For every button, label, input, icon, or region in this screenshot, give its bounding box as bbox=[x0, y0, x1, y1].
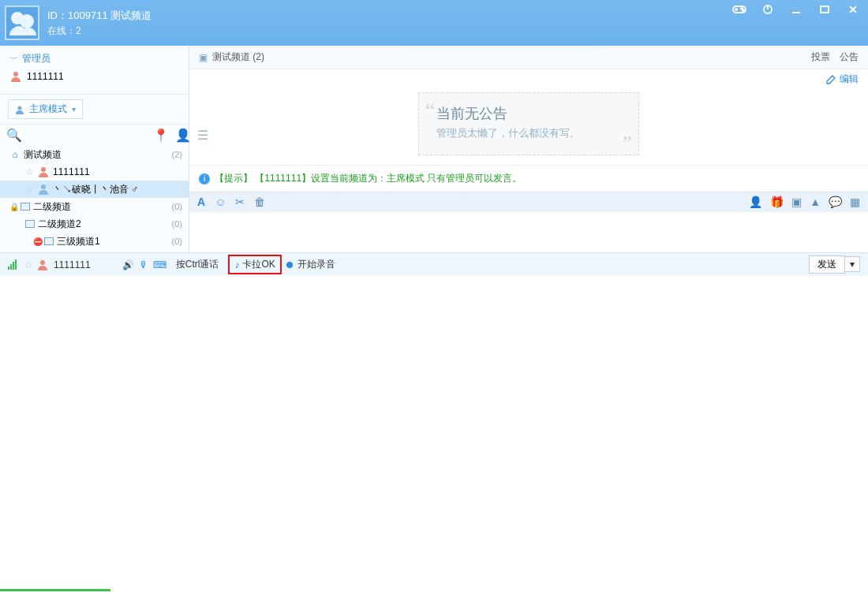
channel-count: (2) bbox=[172, 150, 182, 159]
channel-box-icon bbox=[25, 220, 35, 228]
monitor-icon: ▣ bbox=[199, 52, 208, 63]
info-icon: i bbox=[199, 173, 210, 184]
chat-bubble-icon[interactable]: 💬 bbox=[829, 196, 842, 208]
input-toolbar: A ☺ ✂ 🗑 👤 🎁 ▣ ▲ 💬 ▦ bbox=[189, 192, 868, 211]
subchannel[interactable]: ⛔ 三级频道1 (0) bbox=[0, 233, 189, 250]
channel-id-line: ID：1009711 测试频道 bbox=[47, 9, 152, 23]
svg-rect-10 bbox=[821, 6, 829, 13]
channel-user[interactable]: ☆ 丶↘破晓丨丶池音 ♂ bbox=[0, 181, 189, 198]
chat-text-input[interactable] bbox=[189, 211, 868, 252]
subchannel[interactable]: 二级频道2 (0) bbox=[0, 215, 189, 233]
channel-name: 三级频道1 bbox=[57, 235, 100, 248]
send-button[interactable]: 发送 bbox=[809, 255, 845, 274]
channel-user-name: 丶↘破晓丨丶池音 ♂ bbox=[53, 183, 138, 196]
system-tip: 【提示】 【1111111】设置当前频道为：主席模式 只有管理员可以发言。 bbox=[215, 173, 522, 184]
svg-point-15 bbox=[41, 167, 46, 172]
edit-label: 编辑 bbox=[840, 73, 859, 86]
sidebar: ﹀ 管理员 1111111 主席模式 ▾ 🔍 📍 👤 ☰ ⌂ 测试频道 bbox=[0, 46, 189, 252]
admin-user-row[interactable]: 1111111 bbox=[0, 69, 189, 88]
grid-icon[interactable]: ▦ bbox=[850, 196, 860, 208]
speaker-icon[interactable]: 🔊 bbox=[122, 259, 134, 270]
signal-icon bbox=[8, 259, 17, 270]
chat-header: ▣ 测试频道 (2) 投票 公告 bbox=[189, 46, 868, 69]
karaoke-label: 卡拉OK bbox=[242, 258, 275, 271]
star-icon: ☆ bbox=[25, 166, 34, 177]
star-icon: ☆ bbox=[24, 259, 33, 270]
chevron-down-icon: ﹀ bbox=[9, 54, 19, 64]
channel-tree: ⌂ 测试频道 (2) ☆ 1111111 ☆ 丶↘破晓丨丶池音 ♂ 🔒 二级频道… bbox=[0, 146, 189, 252]
close-icon[interactable] bbox=[846, 2, 860, 17]
lock-icon: 🔒 bbox=[9, 203, 19, 211]
channel-count: (0) bbox=[172, 219, 182, 229]
bulletin-empty-subtitle: 管理员太懒了，什么都没有写。 bbox=[436, 126, 621, 140]
channel-user[interactable]: ☆ 1111111 bbox=[0, 163, 189, 181]
channel-box-icon bbox=[21, 203, 30, 211]
admin-section-label: 管理员 bbox=[22, 52, 51, 65]
footer-bar: ☆ 1111111 🔊 🎙 ⌨ 按Ctrl通话 ♪ 卡拉OK 开始录音 发送▾ bbox=[0, 252, 868, 276]
vote-link[interactable]: 投票 bbox=[811, 50, 830, 64]
pin-icon[interactable]: 📍 bbox=[153, 128, 169, 143]
music-note-icon: ♪ bbox=[234, 259, 239, 270]
karaoke-button[interactable]: ♪ 卡拉OK bbox=[228, 255, 281, 274]
gamepad-icon[interactable] bbox=[732, 2, 746, 17]
svg-point-6 bbox=[743, 9, 744, 11]
subchannel[interactable]: 🔒 二级频道 (0) bbox=[0, 198, 189, 215]
gift-icon[interactable]: 🎁 bbox=[770, 196, 784, 208]
keyboard-icon[interactable]: ⌨ bbox=[153, 259, 166, 270]
record-dot-icon bbox=[286, 262, 293, 268]
minimize-icon[interactable] bbox=[789, 2, 803, 17]
trash-icon[interactable]: 🗑 bbox=[254, 196, 265, 208]
admin-section-header[interactable]: ﹀ 管理员 bbox=[0, 46, 189, 69]
bulletin-empty-box: “ 当前无公告 管理员太懒了，什么都没有写。 ” bbox=[418, 92, 639, 155]
channel-name: 二级频道2 bbox=[38, 218, 81, 231]
svg-point-1 bbox=[20, 14, 34, 28]
chevron-down-icon: ▾ bbox=[72, 105, 76, 114]
svg-point-14 bbox=[18, 106, 22, 110]
footer-username: 1111111 bbox=[54, 259, 91, 270]
channel-user-name: 1111111 bbox=[53, 166, 90, 177]
send-dropdown[interactable]: ▾ bbox=[845, 256, 860, 272]
avatar-icon bbox=[9, 70, 22, 83]
title-bar: ID：1009711 测试频道 在线：2 bbox=[0, 0, 868, 46]
search-icon[interactable]: 🔍 bbox=[6, 128, 22, 143]
online-count: 在线：2 bbox=[47, 24, 152, 38]
font-icon[interactable]: A bbox=[197, 196, 205, 208]
edit-button[interactable]: 编辑 bbox=[825, 73, 859, 86]
channel-count: (0) bbox=[172, 237, 182, 246]
mode-select-button[interactable]: 主席模式 ▾ bbox=[8, 99, 83, 119]
power-icon[interactable] bbox=[761, 2, 775, 17]
avatar-icon bbox=[37, 166, 50, 178]
channel-name: 测试频道 bbox=[24, 148, 62, 162]
record-button[interactable]: 开始录音 bbox=[297, 258, 335, 271]
channel-name: 二级频道 bbox=[33, 200, 71, 214]
person-icon bbox=[15, 105, 24, 114]
person-add-icon[interactable]: 👤 bbox=[175, 128, 191, 143]
ptt-label: 按Ctrl通话 bbox=[176, 258, 219, 271]
avatar-icon bbox=[36, 259, 49, 271]
quote-close-icon: ” bbox=[623, 131, 632, 156]
podium-icon[interactable]: 👤 bbox=[749, 196, 762, 208]
mic-icon[interactable]: 🎙 bbox=[139, 259, 148, 270]
channel-box-icon bbox=[44, 237, 54, 245]
channel-root[interactable]: ⌂ 测试频道 (2) bbox=[0, 146, 189, 163]
forbidden-icon: ⛔ bbox=[33, 237, 43, 246]
search-input[interactable] bbox=[28, 130, 147, 141]
activity-indicator bbox=[0, 589, 110, 591]
quote-open-icon: “ bbox=[425, 98, 435, 123]
home-icon: ⌂ bbox=[9, 149, 21, 160]
star-icon: ☆ bbox=[25, 184, 34, 195]
chat-panel: ▣ 测试频道 (2) 投票 公告 编辑 “ 当前无公告 管理员太懒了，什么都没有… bbox=[189, 46, 868, 252]
svg-point-17 bbox=[40, 260, 45, 265]
maximize-icon[interactable] bbox=[817, 2, 832, 17]
channel-count: (0) bbox=[172, 202, 182, 211]
avatar-icon bbox=[37, 183, 50, 196]
emoji-icon[interactable]: ☺ bbox=[215, 196, 226, 208]
broadcast-icon[interactable]: ▲ bbox=[810, 196, 821, 208]
channel-logo bbox=[5, 6, 39, 40]
stamp-icon[interactable]: ▣ bbox=[791, 196, 802, 208]
scissors-icon[interactable]: ✂ bbox=[235, 196, 245, 208]
admin-user-name: 1111111 bbox=[27, 71, 64, 82]
bulletin-link[interactable]: 公告 bbox=[840, 50, 859, 64]
bulletin-empty-title: 当前无公告 bbox=[436, 104, 621, 123]
svg-point-16 bbox=[41, 184, 46, 189]
